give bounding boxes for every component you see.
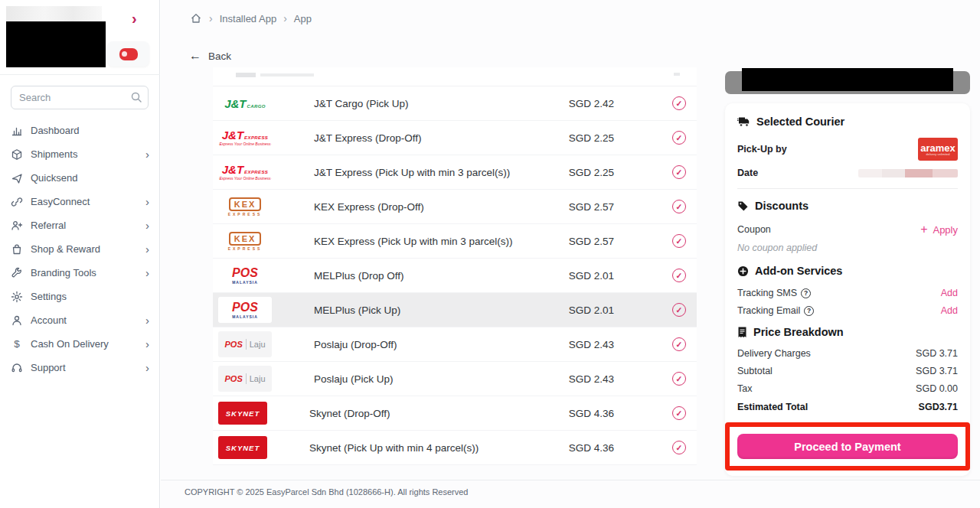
proceed-to-payment-button[interactable]: Proceed to Payment xyxy=(737,434,958,459)
courier-row[interactable]: POSLaju Poslaju (Drop-Off) SGD 2.43 xyxy=(213,327,697,362)
select-check-icon[interactable] xyxy=(672,406,686,420)
pos-malaysia-logo: POSMALAYSIA xyxy=(218,297,272,323)
breadcrumb-separator-icon xyxy=(209,12,213,24)
tracking-email-row: Tracking Email Add xyxy=(737,305,958,316)
sidebar-item-label: Branding Tools xyxy=(31,267,96,278)
courier-row[interactable]: J&TEXPRESS– Express Your Online Business… xyxy=(213,121,697,155)
courier-row-selected[interactable]: POSMALAYSIA MELPlus (Pick Up) SGD 2.01 xyxy=(213,293,697,327)
courier-row[interactable]: J&TCARGO J&T Cargo (Pick Up) SGD 2.42 xyxy=(213,86,697,121)
bag-icon xyxy=(11,243,23,256)
select-check-icon[interactable] xyxy=(672,441,686,454)
app-logo-redacted-strip xyxy=(6,6,102,23)
courier-name: MELPlus (Drop Off) xyxy=(314,270,560,282)
breadcrumb-app: App xyxy=(294,13,312,24)
tag-icon xyxy=(737,200,749,212)
skynet-logo: SKYNET xyxy=(218,402,267,425)
back-button[interactable]: Back xyxy=(189,49,231,63)
courier-name: Skynet (Drop-Off) xyxy=(309,408,560,419)
sidebar-item-label: Support xyxy=(31,362,66,373)
tracking-sms-label: Tracking SMS xyxy=(737,288,811,298)
price-value: SGD 0.00 xyxy=(916,383,958,394)
help-icon[interactable] xyxy=(801,288,811,298)
select-check-icon[interactable] xyxy=(672,234,686,248)
partial-cutoff-row xyxy=(213,67,697,86)
sidebar-item-label: Quicksend xyxy=(31,172,77,184)
chevron-right-icon xyxy=(145,195,149,208)
courier-name: J&T Express (Drop-Off) xyxy=(314,132,560,144)
sidebar-item-settings[interactable]: Settings xyxy=(0,285,160,308)
sidebar-item-label: Dashboard xyxy=(31,125,80,136)
wrench-icon xyxy=(11,267,23,279)
courier-row[interactable]: J&TEXPRESS– Express Your Online Business… xyxy=(213,155,697,190)
sidebar-item-label: Shipments xyxy=(31,148,77,160)
poslaju-logo: POSLaju xyxy=(218,366,272,392)
sidebar-item-branding-tools[interactable]: Branding Tools xyxy=(0,261,160,285)
select-check-icon[interactable] xyxy=(672,337,686,351)
home-icon[interactable] xyxy=(190,12,202,24)
courier-price: SGD 2.01 xyxy=(560,304,614,316)
sidebar-item-shipments[interactable]: Shipments xyxy=(0,142,160,166)
courier-row[interactable]: POSLaju Poslaju (Pick Up) SGD 2.43 xyxy=(213,362,697,396)
sidebar-divider xyxy=(0,74,160,75)
date-label: Date xyxy=(737,168,758,178)
receipt-icon xyxy=(737,327,747,338)
courier-price: SGD 2.43 xyxy=(560,373,614,385)
select-check-icon[interactable] xyxy=(672,131,686,145)
selected-courier-section-title: Selected Courier xyxy=(737,116,958,128)
sidebar-item-referral[interactable]: Referral xyxy=(0,213,160,237)
price-row-estimated-total: Estimated Total SGD3.71 xyxy=(737,402,958,412)
courier-name: Skynet (Pick Up with min 4 parcel(s)) xyxy=(309,442,560,454)
courier-row[interactable]: SKYNET Skynet (Drop-Off) SGD 4.36 xyxy=(213,396,697,431)
person-add-icon xyxy=(11,220,23,232)
price-value: SGD3.71 xyxy=(919,402,958,412)
sidebar-item-account[interactable]: Account xyxy=(0,308,160,332)
add-tracking-email-button[interactable]: Add xyxy=(941,305,958,316)
select-check-icon[interactable] xyxy=(672,96,686,110)
jt-cargo-logo: J&TCARGO xyxy=(218,90,272,116)
courier-row[interactable]: KEXEXPRESS KEX Express (Pick Up with min… xyxy=(213,224,697,259)
select-check-icon[interactable] xyxy=(672,165,686,179)
courier-row[interactable]: POSMALAYSIA MELPlus (Drop Off) SGD 2.01 xyxy=(213,259,697,293)
price-row-subtotal: Subtotal SGD 3.71 xyxy=(737,366,958,376)
discounts-section-title: Discounts xyxy=(737,200,958,212)
apply-coupon-button[interactable]: Apply xyxy=(920,223,958,236)
select-check-icon[interactable] xyxy=(672,269,686,282)
sidebar-item-shop-reward[interactable]: Shop & Reward xyxy=(0,237,160,261)
country-selector[interactable] xyxy=(107,41,149,67)
jt-express-logo: J&TEXPRESS– Express Your Online Business… xyxy=(218,159,272,185)
select-check-icon[interactable] xyxy=(672,200,686,213)
select-check-icon[interactable] xyxy=(672,372,686,386)
sidebar-item-easyconnect[interactable]: EasyConnect xyxy=(0,190,160,213)
sidebar-item-dashboard[interactable]: Dashboard xyxy=(0,119,160,142)
sidebar-item-support[interactable]: Support xyxy=(0,356,160,379)
headset-icon xyxy=(11,362,23,374)
courier-price: SGD 2.42 xyxy=(560,98,614,109)
back-label: Back xyxy=(208,50,231,62)
jt-express-logo: J&TEXPRESS– Express Your Online Business… xyxy=(218,125,272,151)
courier-name: Poslaju (Pick Up) xyxy=(314,373,560,385)
price-row-delivery-charges: Delivery Charges SGD 3.71 xyxy=(737,348,958,359)
sidebar-collapse-chevron-icon[interactable] xyxy=(132,10,137,28)
app-logo-redaction xyxy=(6,21,106,67)
price-breakdown-section-title: Price Breakdown xyxy=(737,326,958,338)
back-arrow-icon xyxy=(189,49,201,63)
help-icon[interactable] xyxy=(804,306,814,316)
sidebar-item-cash-on-delivery[interactable]: $ Cash On Delivery xyxy=(0,332,160,356)
courier-name: KEX Express (Drop-Off) xyxy=(314,201,560,213)
poslaju-logo: POSLaju xyxy=(218,331,272,357)
page: Dashboard Shipments Quicksend EasyConnec… xyxy=(0,0,980,508)
breadcrumb-installed-app[interactable]: Installed App xyxy=(220,13,276,24)
courier-name: KEX Express (Pick Up with min 3 parcel(s… xyxy=(314,236,560,247)
courier-row[interactable]: SKYNET Skynet (Pick Up with min 4 parcel… xyxy=(213,431,697,465)
chevron-right-icon xyxy=(145,337,149,350)
sidebar-item-quicksend[interactable]: Quicksend xyxy=(0,166,160,190)
courier-price: SGD 4.36 xyxy=(560,408,614,419)
search-icon xyxy=(130,91,142,103)
box-icon xyxy=(11,148,23,161)
add-tracking-sms-button[interactable]: Add xyxy=(941,288,958,298)
search-input[interactable] xyxy=(11,86,149,109)
order-summary-panel: Selected Courier Pick-Up by aramex deliv… xyxy=(725,103,970,476)
courier-price: SGD 2.57 xyxy=(560,236,614,247)
select-check-icon[interactable] xyxy=(672,303,686,317)
courier-row[interactable]: KEXEXPRESS KEX Express (Drop-Off) SGD 2.… xyxy=(213,190,697,224)
